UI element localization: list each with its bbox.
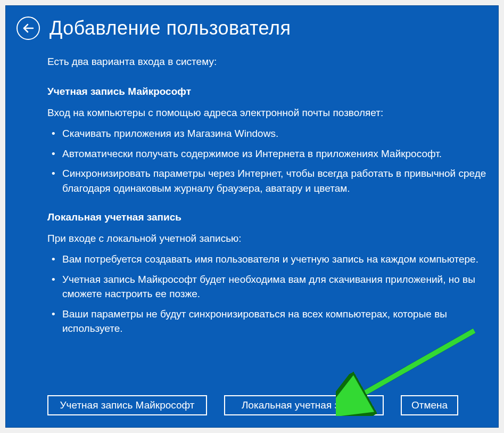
cancel-button[interactable]: Отмена (401, 395, 458, 415)
back-button[interactable] (16, 17, 40, 40)
header: Добавление пользователя (16, 17, 498, 40)
add-user-window: Добавление пользователя Есть два вариант… (5, 5, 499, 428)
local-account-heading: Локальная учетная запись (47, 211, 493, 223)
ms-account-heading: Учетная запись Майкрософт (47, 86, 493, 97)
ms-account-lead: Вход на компьютеры с помощью адреса элек… (47, 107, 493, 119)
list-item: Скачивать приложения из Магазина Windows… (47, 126, 493, 141)
svg-line-2 (357, 331, 474, 397)
button-row: Учетная запись Майкрософт Локальная учет… (47, 395, 458, 415)
local-account-lead: При входе с локальной учетной записью: (47, 233, 493, 244)
local-account-button[interactable]: Локальная учетная запись (224, 395, 384, 415)
list-item: Ваши параметры не будут синхронизировать… (47, 307, 493, 336)
ms-account-list: Скачивать приложения из Магазина Windows… (47, 126, 493, 195)
back-arrow-icon (22, 22, 35, 35)
intro-text: Есть два варианта входа в систему: (47, 56, 493, 68)
page-title: Добавление пользователя (49, 17, 291, 39)
list-item: Автоматически получать содержимое из Инт… (47, 146, 493, 161)
svg-line-4 (357, 331, 474, 397)
list-item: Синхронизировать параметры через Интерне… (47, 166, 493, 195)
local-account-list: Вам потребуется создавать имя пользовате… (47, 252, 493, 336)
svg-line-3 (357, 331, 474, 397)
microsoft-account-button[interactable]: Учетная запись Майкрософт (47, 395, 207, 415)
list-item: Учетная запись Майкрософт будет необходи… (47, 272, 493, 301)
content-area: Есть два варианта входа в систему: Учетн… (16, 56, 498, 336)
list-item: Вам потребуется создавать имя пользовате… (47, 252, 493, 267)
